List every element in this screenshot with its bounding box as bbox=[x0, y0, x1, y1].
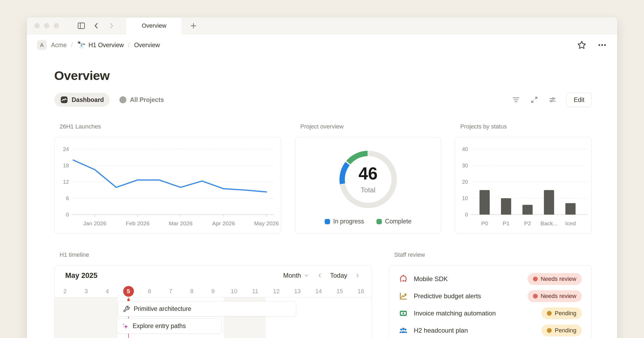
wrench-icon bbox=[123, 306, 130, 313]
svg-text:Iced: Iced bbox=[565, 220, 576, 226]
timeline-day-11[interactable]: 11 bbox=[245, 285, 266, 297]
expand-icon[interactable] bbox=[530, 95, 539, 104]
status-badge[interactable]: Pending bbox=[541, 307, 582, 319]
svg-text:P2: P2 bbox=[524, 220, 531, 226]
timeline-day-10[interactable]: 10 bbox=[224, 285, 245, 297]
window-zoom-button[interactable] bbox=[54, 23, 59, 28]
timeline-day-15[interactable]: 15 bbox=[329, 285, 350, 297]
breadcrumb-separator: / bbox=[71, 42, 73, 49]
window-controls[interactable] bbox=[34, 23, 59, 28]
staff-review-row[interactable]: Invoice matching automationPending bbox=[399, 305, 582, 322]
status-badge[interactable]: Pending bbox=[541, 325, 582, 336]
svg-text:Feb 2026: Feb 2026 bbox=[126, 220, 150, 226]
breadcrumb-parent[interactable]: H1 Overview bbox=[89, 42, 124, 49]
staff-review-row[interactable]: H2 headcount planPending bbox=[399, 322, 582, 338]
status-bar-chart: 010203040P0P1P2Back...Iced bbox=[455, 137, 591, 233]
timeline-day-3[interactable]: 3 bbox=[76, 285, 97, 297]
svg-text:24: 24 bbox=[63, 146, 69, 152]
timeline-view-selector[interactable]: Month bbox=[283, 272, 310, 279]
timeline-prev-icon[interactable] bbox=[317, 272, 323, 279]
legend-swatch bbox=[376, 219, 382, 224]
launches-line-chart: 06121824Jan 2026Feb 2026Mar 2026Apr 2026… bbox=[54, 137, 281, 233]
timeline-day-16[interactable]: 16 bbox=[350, 285, 371, 297]
timeline-day-9[interactable]: 9 bbox=[202, 285, 224, 297]
view-tab-dashboard[interactable]: Dashboard bbox=[54, 93, 110, 107]
timeline-day-8[interactable]: 8 bbox=[181, 285, 202, 297]
page-title: Overview bbox=[54, 68, 592, 83]
staff-review-row[interactable]: Predictive budget alertsNeeds review bbox=[399, 288, 582, 305]
donut-chart: 46 Total bbox=[339, 151, 397, 208]
timeline-next-icon[interactable] bbox=[354, 272, 361, 279]
legend-item: In progress bbox=[325, 218, 364, 225]
donut-total-label: Total bbox=[361, 186, 375, 194]
browser-tab-overview[interactable]: Overview bbox=[126, 17, 182, 34]
status-label: Pending bbox=[555, 310, 576, 317]
svg-text:Mar 2026: Mar 2026 bbox=[169, 220, 193, 226]
window-tab-bar: Overview bbox=[27, 17, 617, 34]
workspace-avatar[interactable]: A bbox=[37, 40, 47, 50]
svg-text:6: 6 bbox=[66, 195, 69, 201]
breadcrumb-current[interactable]: Overview bbox=[134, 42, 160, 49]
dashboard-chart-icon bbox=[60, 96, 68, 104]
timeline-day-7[interactable]: 7 bbox=[160, 285, 181, 297]
svg-text:Jan 2026: Jan 2026 bbox=[83, 220, 106, 226]
svg-text:18: 18 bbox=[63, 163, 69, 168]
timeline-day-14[interactable]: 14 bbox=[308, 285, 329, 297]
section-title-launches: 26H1 Launches bbox=[60, 123, 281, 130]
view-tab-all-projects[interactable]: All Projects bbox=[114, 93, 170, 107]
window-minimize-button[interactable] bbox=[44, 23, 49, 28]
timeline-day-13[interactable]: 13 bbox=[287, 285, 308, 297]
new-tab-button[interactable] bbox=[182, 17, 204, 34]
settings-sliders-icon[interactable] bbox=[548, 95, 557, 104]
status-dot bbox=[533, 277, 538, 281]
staff-item-label: Mobile SDK bbox=[414, 275, 448, 283]
chevron-down-icon bbox=[303, 272, 310, 279]
status-badge[interactable]: Needs review bbox=[528, 290, 582, 302]
breadcrumb-workspace[interactable]: Acme bbox=[51, 42, 67, 49]
timeline-event-label: Primitive architecture bbox=[134, 305, 191, 313]
status-dot bbox=[547, 311, 552, 316]
telescope-icon: 🔭 bbox=[77, 41, 86, 49]
staff-item-label: Invoice matching automation bbox=[414, 310, 496, 317]
donut-legend: In progressComplete bbox=[325, 218, 412, 225]
timeline-day-6[interactable]: 6 bbox=[139, 285, 160, 297]
status-badge[interactable]: Needs review bbox=[528, 273, 582, 285]
svg-text:12: 12 bbox=[63, 179, 69, 185]
svg-text:10: 10 bbox=[462, 195, 468, 201]
section-title-timeline: H1 timeline bbox=[60, 251, 372, 258]
projects-by-status-card: 010203040P0P1P2Back...Iced bbox=[455, 137, 592, 234]
view-toolbar: Dashboard All Projects bbox=[54, 93, 592, 107]
banknote-icon bbox=[399, 309, 408, 318]
timeline-event[interactable]: Primitive architecture bbox=[118, 301, 296, 317]
timeline-body: Primitive architectureExplore entry path… bbox=[54, 297, 371, 338]
bottom-row: H1 timeline May 2025 Month bbox=[54, 251, 592, 338]
favorite-star-icon[interactable] bbox=[577, 40, 587, 50]
timeline-day-4[interactable]: 4 bbox=[97, 285, 118, 297]
status-label: Pending bbox=[555, 327, 576, 334]
svg-text:Apr 2026: Apr 2026 bbox=[212, 220, 235, 226]
view-tab-label: All Projects bbox=[130, 96, 164, 104]
more-options-icon[interactable] bbox=[597, 40, 607, 50]
filter-icon[interactable] bbox=[512, 95, 520, 104]
sidebar-toggle-icon[interactable] bbox=[76, 21, 86, 31]
carousel-icon bbox=[399, 274, 408, 284]
legend-swatch bbox=[325, 219, 330, 224]
timeline-day-5[interactable]: 5 bbox=[118, 285, 139, 297]
staff-review-row[interactable]: Mobile SDKNeeds review bbox=[399, 270, 582, 288]
status-dot bbox=[533, 294, 538, 299]
section-title-staff: Staff review bbox=[394, 251, 592, 258]
back-button[interactable] bbox=[91, 21, 101, 31]
view-tab-label: Dashboard bbox=[72, 96, 104, 104]
timeline-event[interactable]: Explore entry paths bbox=[117, 318, 221, 334]
forward-button[interactable] bbox=[106, 21, 116, 31]
window-close-button[interactable] bbox=[34, 23, 40, 28]
breadcrumb-separator: / bbox=[128, 42, 130, 49]
staff-review-card: Mobile SDKNeeds reviewPredictive budget … bbox=[389, 265, 592, 338]
edit-button[interactable]: Edit bbox=[566, 93, 592, 107]
chart-icon bbox=[399, 292, 408, 301]
timeline-day-2[interactable]: 2 bbox=[54, 285, 76, 297]
timeline-today-button[interactable]: Today bbox=[330, 272, 347, 279]
timeline-day-12[interactable]: 12 bbox=[266, 285, 287, 297]
timeline-view-label: Month bbox=[283, 272, 301, 279]
donut-total-value: 46 bbox=[358, 165, 378, 182]
